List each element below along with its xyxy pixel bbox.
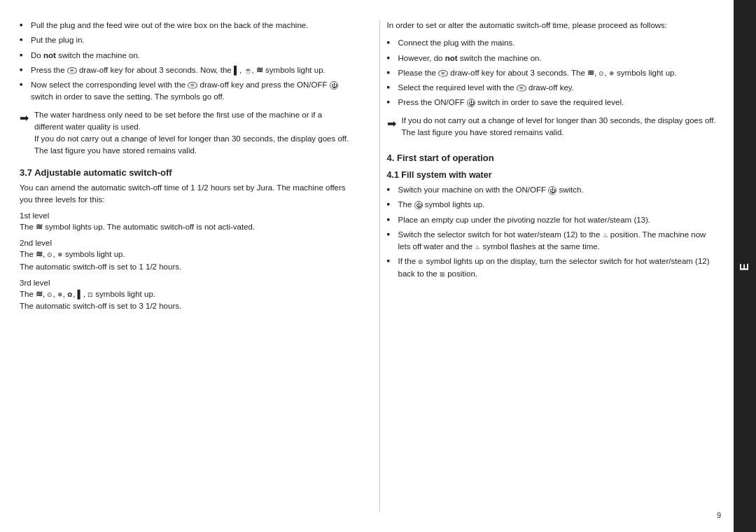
arrow-icon: ➡ <box>20 110 29 158</box>
section-4-heading: 4. First start of operation <box>387 153 720 163</box>
list-item: Press the ON/OFF ⏻ switch in order to sa… <box>387 97 720 108</box>
list-item: If the ⊜ symbol lights up on the display… <box>387 255 720 280</box>
sidebar-tab: E <box>734 0 756 532</box>
level-3-desc: The ≋, ⊙, ❄, ✿, ▌, ⊡ symbols light up. T… <box>20 288 353 313</box>
section-41-heading: 4.1 Fill system with water <box>387 170 720 180</box>
section-37-heading: 3.7 Adjustable automatic switch-off <box>20 167 353 178</box>
tab-letter: E <box>738 262 751 271</box>
onoff-symbol: ⏻ <box>467 99 475 107</box>
arrow-note-1: ➡ The water hardness only need to be set… <box>20 109 353 158</box>
list-item: Put the plug in. <box>20 34 353 46</box>
level-3-block: 3rd level The ≋, ⊙, ❄, ✿, ▌, ⊡ symbols l… <box>20 279 353 313</box>
onoff-symbol: ⏻ <box>330 81 338 90</box>
list-item: Place an empty cup under the pivoting no… <box>387 214 720 226</box>
main-content: Pull the plug and the feed wire out of t… <box>0 0 734 532</box>
level-2-desc: The ≋, ⊙, ❄ symbols light up. The automa… <box>20 248 353 273</box>
list-item: Switch the selector switch for hot water… <box>387 229 720 253</box>
power-symbol: ⏻ <box>414 201 423 209</box>
list-item: Select the required level with the ☕ dra… <box>387 82 720 94</box>
draw-off-symbol: ☕ <box>188 82 197 89</box>
list-item: Press the ☕ draw-off key for about 3 sec… <box>20 64 353 76</box>
list-item: However, do not switch the machine on. <box>387 52 720 64</box>
arrow-note-text: The water hardness only need to be set b… <box>34 109 353 158</box>
right-column: In order to set or alter the automatic s… <box>379 20 720 512</box>
list-item: The ⏻ symbol lights up. <box>387 199 720 211</box>
draw-off-symbol: ☕ <box>67 67 77 74</box>
left-column: Pull the plug and the feed wire out of t… <box>20 20 360 512</box>
page-container: Pull the plug and the feed wire out of t… <box>0 0 756 532</box>
level-3-title: 3rd level <box>20 279 353 287</box>
onoff-symbol: ⏻ <box>548 186 556 195</box>
arrow-icon-right: ➡ <box>387 115 396 139</box>
list-item: Connect the plug with the mains. <box>387 37 720 49</box>
level-2-block: 2nd level The ≋, ⊙, ❄ symbols light up. … <box>20 239 353 273</box>
level-1-block: 1st level The ≋ symbol lights up. The au… <box>20 211 353 233</box>
level-1-desc: The ≋ symbol lights up. The automatic sw… <box>20 221 353 233</box>
list-item: Do not switch the machine on. <box>20 50 353 62</box>
top-bullet-list: Pull the plug and the feed wire out of t… <box>20 20 353 104</box>
draw-off-symbol: ☕ <box>438 70 448 77</box>
level-2-title: 2nd level <box>20 239 353 247</box>
section-41-bullets: Switch your machine on with the ON/OFF ⏻… <box>387 184 720 280</box>
page-number: 9 <box>717 511 721 519</box>
list-item: Switch your machine on with the ON/OFF ⏻… <box>387 184 720 196</box>
right-intro-text: In order to set or alter the automatic s… <box>387 20 720 31</box>
arrow-note-right-text: If you do not carry out a change of leve… <box>402 115 720 139</box>
list-item: Please the ☕ draw-off key for about 3 se… <box>387 67 720 79</box>
list-item: Now select the corresponding level with … <box>20 79 353 104</box>
section-37-intro: You can amend the automatic switch-off t… <box>20 182 353 206</box>
right-bullet-list: Connect the plug with the mains. However… <box>387 37 720 108</box>
level-1-title: 1st level <box>20 211 353 220</box>
draw-off-symbol: ☕ <box>517 85 526 92</box>
arrow-note-right: ➡ If you do not carry out a change of le… <box>387 115 720 139</box>
list-item: Pull the plug and the feed wire out of t… <box>20 20 353 31</box>
